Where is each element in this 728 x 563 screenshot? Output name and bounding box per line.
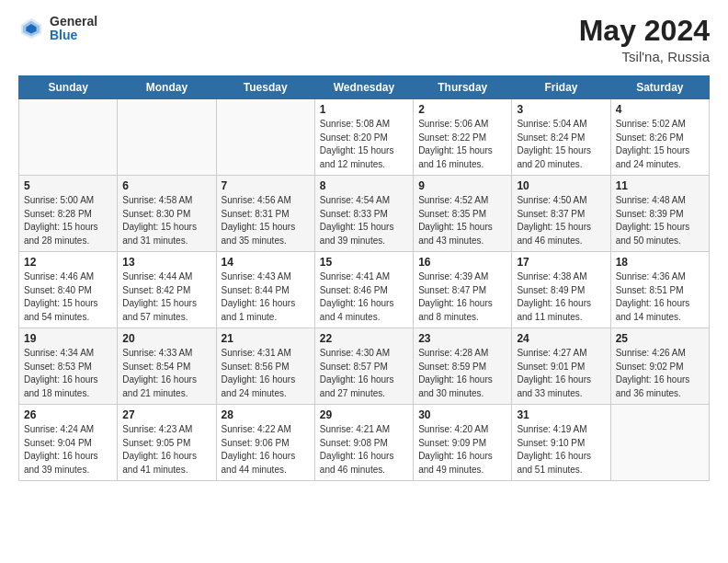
day-number: 20 (122, 332, 210, 345)
calendar-cell: 17Sunrise: 4:38 AM Sunset: 8:49 PM Dayli… (512, 252, 610, 328)
day-info: Sunrise: 4:41 AM Sunset: 8:46 PM Dayligh… (320, 270, 408, 324)
day-number: 23 (418, 332, 506, 345)
day-info: Sunrise: 5:08 AM Sunset: 8:20 PM Dayligh… (320, 118, 408, 171)
day-number: 4 (616, 103, 704, 116)
day-info: Sunrise: 4:28 AM Sunset: 8:59 PM Dayligh… (418, 347, 506, 400)
day-info: Sunrise: 4:54 AM Sunset: 8:33 PM Dayligh… (320, 194, 408, 247)
weekday-header: Sunday (19, 76, 118, 99)
day-info: Sunrise: 4:39 AM Sunset: 8:47 PM Dayligh… (418, 270, 506, 324)
calendar-cell: 3Sunrise: 5:04 AM Sunset: 8:24 PM Daylig… (512, 99, 610, 176)
day-info: Sunrise: 4:24 AM Sunset: 9:04 PM Dayligh… (24, 423, 112, 477)
calendar-cell: 13Sunrise: 4:44 AM Sunset: 8:42 PM Dayli… (118, 252, 216, 328)
day-number: 14 (222, 256, 310, 269)
day-info: Sunrise: 4:58 AM Sunset: 8:30 PM Dayligh… (122, 194, 210, 247)
calendar-cell: 7Sunrise: 4:56 AM Sunset: 8:31 PM Daylig… (216, 176, 314, 252)
calendar-cell: 26Sunrise: 4:24 AM Sunset: 9:04 PM Dayli… (19, 405, 118, 481)
day-info: Sunrise: 5:02 AM Sunset: 8:26 PM Dayligh… (616, 118, 704, 171)
calendar-week-row: 26Sunrise: 4:24 AM Sunset: 9:04 PM Dayli… (19, 405, 710, 481)
day-number: 31 (517, 408, 605, 421)
header: General Blue May 2024 Tsil'na, Russia (18, 15, 710, 64)
day-info: Sunrise: 4:21 AM Sunset: 9:08 PM Dayligh… (320, 423, 408, 477)
calendar-cell: 30Sunrise: 4:20 AM Sunset: 9:09 PM Dayli… (414, 405, 512, 481)
calendar-week-row: 12Sunrise: 4:46 AM Sunset: 8:40 PM Dayli… (19, 252, 710, 328)
logo-icon (18, 16, 44, 41)
calendar-table: SundayMondayTuesdayWednesdayThursdayFrid… (18, 75, 710, 481)
day-info: Sunrise: 4:23 AM Sunset: 9:05 PM Dayligh… (122, 423, 210, 477)
day-info: Sunrise: 4:34 AM Sunset: 8:53 PM Dayligh… (24, 347, 112, 400)
day-info: Sunrise: 4:30 AM Sunset: 8:57 PM Dayligh… (320, 347, 408, 400)
day-number: 22 (320, 332, 408, 345)
calendar-cell: 27Sunrise: 4:23 AM Sunset: 9:05 PM Dayli… (118, 405, 216, 481)
day-info: Sunrise: 4:36 AM Sunset: 8:51 PM Dayligh… (616, 270, 704, 324)
title-block: May 2024 Tsil'na, Russia (579, 15, 710, 64)
calendar-cell: 19Sunrise: 4:34 AM Sunset: 8:53 PM Dayli… (19, 328, 118, 405)
calendar-cell: 16Sunrise: 4:39 AM Sunset: 8:47 PM Dayli… (414, 252, 512, 328)
calendar-week-row: 19Sunrise: 4:34 AM Sunset: 8:53 PM Dayli… (19, 328, 710, 405)
weekday-header: Friday (512, 76, 610, 99)
day-info: Sunrise: 4:26 AM Sunset: 9:02 PM Dayligh… (616, 347, 704, 400)
weekday-header: Thursday (414, 76, 512, 99)
calendar-cell (19, 99, 118, 176)
page: General Blue May 2024 Tsil'na, Russia Su… (0, 0, 728, 563)
day-number: 13 (122, 256, 210, 269)
calendar-cell: 2Sunrise: 5:06 AM Sunset: 8:22 PM Daylig… (414, 99, 512, 176)
location: Tsil'na, Russia (579, 49, 710, 64)
calendar-cell: 6Sunrise: 4:58 AM Sunset: 8:30 PM Daylig… (118, 176, 216, 252)
day-info: Sunrise: 4:38 AM Sunset: 8:49 PM Dayligh… (517, 270, 605, 324)
day-info: Sunrise: 4:19 AM Sunset: 9:10 PM Dayligh… (517, 423, 605, 477)
day-number: 24 (517, 332, 605, 345)
calendar-cell: 4Sunrise: 5:02 AM Sunset: 8:26 PM Daylig… (610, 99, 709, 176)
day-info: Sunrise: 4:27 AM Sunset: 9:01 PM Dayligh… (517, 347, 605, 400)
month-year: May 2024 (579, 15, 710, 47)
calendar-cell: 22Sunrise: 4:30 AM Sunset: 8:57 PM Dayli… (314, 328, 413, 405)
weekday-header: Saturday (610, 76, 709, 99)
calendar-cell: 5Sunrise: 5:00 AM Sunset: 8:28 PM Daylig… (19, 176, 118, 252)
day-number: 9 (418, 179, 506, 192)
logo-text: General Blue (50, 15, 97, 43)
logo-blue: Blue (50, 29, 97, 42)
day-info: Sunrise: 4:52 AM Sunset: 8:35 PM Dayligh… (418, 194, 506, 247)
day-number: 5 (24, 179, 112, 192)
calendar-cell: 31Sunrise: 4:19 AM Sunset: 9:10 PM Dayli… (512, 405, 610, 481)
weekday-header: Wednesday (314, 76, 413, 99)
day-number: 16 (418, 256, 506, 269)
calendar-cell: 24Sunrise: 4:27 AM Sunset: 9:01 PM Dayli… (512, 328, 610, 405)
day-info: Sunrise: 4:50 AM Sunset: 8:37 PM Dayligh… (517, 194, 605, 247)
calendar-cell (216, 99, 314, 176)
day-info: Sunrise: 4:48 AM Sunset: 8:39 PM Dayligh… (616, 194, 704, 247)
logo-general: General (50, 15, 97, 29)
day-info: Sunrise: 5:04 AM Sunset: 8:24 PM Dayligh… (517, 118, 605, 171)
day-number: 27 (122, 408, 210, 421)
day-number: 6 (122, 179, 210, 192)
day-number: 12 (24, 256, 112, 269)
calendar-cell: 28Sunrise: 4:22 AM Sunset: 9:06 PM Dayli… (216, 405, 314, 481)
day-info: Sunrise: 4:43 AM Sunset: 8:44 PM Dayligh… (222, 270, 310, 324)
calendar-cell: 9Sunrise: 4:52 AM Sunset: 8:35 PM Daylig… (414, 176, 512, 252)
day-number: 29 (320, 408, 408, 421)
logo: General Blue (18, 15, 97, 43)
day-number: 26 (24, 408, 112, 421)
calendar-cell: 15Sunrise: 4:41 AM Sunset: 8:46 PM Dayli… (314, 252, 413, 328)
calendar-cell: 12Sunrise: 4:46 AM Sunset: 8:40 PM Dayli… (19, 252, 118, 328)
day-number: 2 (418, 103, 506, 116)
day-info: Sunrise: 4:33 AM Sunset: 8:54 PM Dayligh… (122, 347, 210, 400)
calendar-cell: 11Sunrise: 4:48 AM Sunset: 8:39 PM Dayli… (610, 176, 709, 252)
calendar-cell: 20Sunrise: 4:33 AM Sunset: 8:54 PM Dayli… (118, 328, 216, 405)
day-info: Sunrise: 4:20 AM Sunset: 9:09 PM Dayligh… (418, 423, 506, 477)
day-info: Sunrise: 4:46 AM Sunset: 8:40 PM Dayligh… (24, 270, 112, 324)
calendar-cell: 8Sunrise: 4:54 AM Sunset: 8:33 PM Daylig… (314, 176, 413, 252)
day-number: 11 (616, 179, 704, 192)
day-info: Sunrise: 4:56 AM Sunset: 8:31 PM Dayligh… (222, 194, 310, 247)
calendar-cell: 14Sunrise: 4:43 AM Sunset: 8:44 PM Dayli… (216, 252, 314, 328)
day-number: 17 (517, 256, 605, 269)
day-number: 30 (418, 408, 506, 421)
calendar-header: SundayMondayTuesdayWednesdayThursdayFrid… (19, 76, 710, 99)
day-number: 19 (24, 332, 112, 345)
weekday-header: Monday (118, 76, 216, 99)
calendar-cell: 29Sunrise: 4:21 AM Sunset: 9:08 PM Dayli… (314, 405, 413, 481)
day-number: 18 (616, 256, 704, 269)
day-number: 1 (320, 103, 408, 116)
calendar-cell: 18Sunrise: 4:36 AM Sunset: 8:51 PM Dayli… (610, 252, 709, 328)
day-info: Sunrise: 4:31 AM Sunset: 8:56 PM Dayligh… (222, 347, 310, 400)
calendar-cell (610, 405, 709, 481)
